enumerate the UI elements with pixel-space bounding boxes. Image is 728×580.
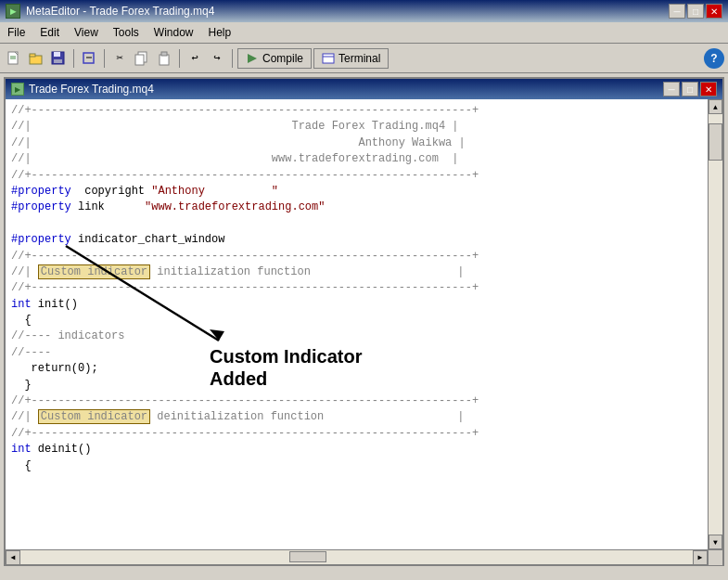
menu-edit[interactable]: Edit	[32, 24, 67, 41]
code-line-14: {	[11, 313, 702, 329]
scroll-h-thumb[interactable]	[289, 551, 326, 562]
scroll-h-track	[20, 550, 693, 564]
scroll-left-button[interactable]: ◀	[6, 550, 20, 565]
code-line-23: {	[11, 458, 702, 474]
svg-rect-7	[54, 59, 62, 63]
terminal-button[interactable]: Terminal	[313, 48, 389, 69]
menu-window[interactable]: Window	[147, 24, 201, 41]
new-file-button[interactable]	[4, 48, 24, 69]
scroll-thumb[interactable]	[709, 123, 722, 161]
menu-help[interactable]: Help	[201, 24, 239, 41]
doc-minimize-button[interactable]: ─	[663, 82, 680, 97]
separator-2	[104, 49, 105, 68]
code-line-10: //+-------------------------------------…	[11, 249, 702, 264]
horizontal-scrollbar[interactable]: ◀ ▶	[6, 549, 722, 564]
code-line-4: //| www.tradeforextrading.com |	[11, 151, 702, 167]
separator-4	[232, 49, 233, 68]
scroll-up-button[interactable]: ▲	[709, 99, 722, 114]
scroll-down-button[interactable]: ▼	[709, 535, 722, 549]
document-icon: ▶	[11, 83, 24, 96]
undo-button[interactable]: ↩	[185, 48, 205, 69]
toolbar: ✂ ↩ ↪ Compile Terminal ?	[0, 44, 728, 73]
svg-rect-13	[161, 52, 167, 56]
code-content[interactable]: //+-------------------------------------…	[6, 99, 708, 549]
svg-rect-6	[54, 52, 60, 57]
copy-button[interactable]	[132, 48, 152, 69]
app-icon: ▶	[6, 4, 20, 19]
help-button[interactable]: ?	[704, 48, 724, 69]
code-editor: //+-------------------------------------…	[6, 99, 722, 549]
code-line-11: //| Custom indicator initialization func…	[11, 264, 702, 280]
redo-button[interactable]: ↪	[207, 48, 227, 69]
code-line-2: //| Trade Forex Trading.mq4 |	[11, 119, 702, 135]
code-line-12: //+-------------------------------------…	[11, 280, 702, 296]
compile-button[interactable]: Compile	[237, 48, 312, 69]
code-line-16: //----	[11, 345, 702, 361]
doc-close-button[interactable]: ✕	[700, 82, 717, 97]
resize-corner	[708, 550, 722, 565]
code-line-17: return(0);	[11, 361, 702, 377]
separator-1	[73, 49, 74, 68]
code-line-21: //+-------------------------------------…	[11, 426, 702, 442]
svg-rect-15	[323, 54, 334, 63]
code-line-5: //+-------------------------------------…	[11, 168, 702, 184]
separator-3	[179, 49, 180, 68]
code-line-19: //+-------------------------------------…	[11, 393, 702, 409]
document-win-controls: ─ □ ✕	[663, 82, 717, 97]
scroll-right-button[interactable]: ▶	[693, 550, 708, 565]
svg-rect-11	[135, 55, 144, 65]
save-button[interactable]	[48, 48, 69, 69]
code-line-8	[11, 216, 702, 232]
close-button[interactable]: ✕	[706, 4, 722, 19]
select-all-button[interactable]	[79, 48, 99, 69]
document-title-bar: ▶ Trade Forex Trading.mq4 ─ □ ✕	[6, 79, 722, 99]
open-file-button[interactable]	[26, 48, 46, 69]
code-line-1: //+-------------------------------------…	[11, 103, 702, 119]
code-line-22: int deinit()	[11, 442, 702, 458]
menu-bar: File Edit View Tools Window Help	[0, 22, 728, 44]
svg-marker-14	[248, 54, 257, 63]
code-line-20: //| Custom indicator deinitialization fu…	[11, 409, 702, 425]
document-container: ▶ Trade Forex Trading.mq4 ─ □ ✕ //+-----…	[4, 77, 724, 566]
code-line-7: #property link "www.tradeforextrading.co…	[11, 200, 702, 215]
cut-button[interactable]: ✂	[109, 48, 130, 69]
code-line-6: #property copyright "Anthony "	[11, 184, 702, 200]
menu-tools[interactable]: Tools	[106, 24, 147, 41]
svg-rect-12	[160, 55, 169, 65]
minimize-button[interactable]: ─	[669, 4, 685, 19]
menu-file[interactable]: File	[0, 24, 32, 41]
scroll-track	[709, 114, 722, 535]
vertical-scrollbar[interactable]: ▲ ▼	[708, 99, 722, 549]
code-line-18: }	[11, 378, 702, 393]
document-title: Trade Forex Trading.mq4	[29, 83, 154, 96]
menu-view[interactable]: View	[67, 24, 106, 41]
paste-button[interactable]	[154, 48, 174, 69]
title-bar: ▶ MetaEditor - Trade Forex Trading.mq4 ─…	[0, 0, 728, 22]
code-line-13: int init()	[11, 297, 702, 313]
code-line-9: #property indicator_chart_window	[11, 232, 702, 248]
code-line-15: //---- indicators	[11, 329, 702, 344]
maximize-button[interactable]: □	[687, 4, 704, 19]
code-line-3: //| Anthony Waikwa |	[11, 135, 702, 151]
svg-rect-4	[30, 54, 35, 57]
app-title: MetaEditor - Trade Forex Trading.mq4	[26, 5, 214, 18]
doc-maximize-button[interactable]: □	[682, 82, 698, 97]
